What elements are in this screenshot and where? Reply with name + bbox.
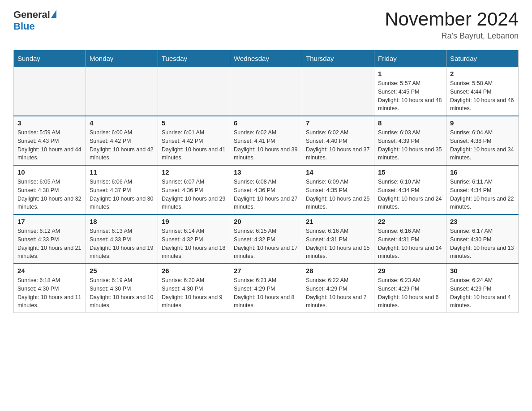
calendar-cell: 6Sunrise: 6:02 AMSunset: 4:41 PMDaylight… — [230, 116, 302, 165]
day-number: 22 — [378, 218, 442, 225]
calendar-cell: 14Sunrise: 6:09 AMSunset: 4:35 PMDayligh… — [302, 165, 374, 214]
logo-blue-text: Blue — [13, 21, 35, 32]
day-number: 10 — [17, 168, 82, 176]
calendar-cell: 5Sunrise: 6:01 AMSunset: 4:42 PMDaylight… — [158, 116, 230, 165]
day-info: Sunrise: 6:12 AMSunset: 4:33 PMDaylight:… — [17, 227, 82, 261]
day-number: 24 — [17, 267, 82, 274]
day-info: Sunrise: 6:02 AMSunset: 4:41 PMDaylight:… — [234, 128, 298, 162]
calendar-week-row: 17Sunrise: 6:12 AMSunset: 4:33 PMDayligh… — [14, 214, 519, 264]
day-info: Sunrise: 5:58 AMSunset: 4:44 PMDaylight:… — [450, 79, 515, 113]
day-number: 6 — [234, 119, 298, 127]
day-number: 29 — [378, 267, 442, 274]
day-number: 25 — [90, 267, 154, 274]
day-number: 19 — [162, 218, 226, 225]
day-info: Sunrise: 6:16 AMSunset: 4:31 PMDaylight:… — [378, 227, 442, 261]
day-info: Sunrise: 6:20 AMSunset: 4:30 PMDaylight:… — [162, 276, 226, 310]
calendar-cell — [14, 67, 86, 116]
day-info: Sunrise: 6:14 AMSunset: 4:32 PMDaylight:… — [162, 227, 226, 261]
calendar-cell: 18Sunrise: 6:13 AMSunset: 4:33 PMDayligh… — [86, 214, 158, 264]
day-number: 21 — [306, 218, 370, 225]
calendar-cell — [158, 67, 230, 116]
calendar-cell: 29Sunrise: 6:23 AMSunset: 4:29 PMDayligh… — [374, 264, 446, 313]
calendar-cell: 22Sunrise: 6:16 AMSunset: 4:31 PMDayligh… — [374, 214, 446, 264]
day-info: Sunrise: 5:57 AMSunset: 4:45 PMDaylight:… — [378, 79, 442, 113]
calendar-cell: 26Sunrise: 6:20 AMSunset: 4:30 PMDayligh… — [158, 264, 230, 313]
calendar-cell: 25Sunrise: 6:19 AMSunset: 4:30 PMDayligh… — [86, 264, 158, 313]
calendar-cell: 12Sunrise: 6:07 AMSunset: 4:36 PMDayligh… — [158, 165, 230, 214]
day-number: 8 — [378, 119, 442, 127]
calendar-cell: 10Sunrise: 6:05 AMSunset: 4:38 PMDayligh… — [14, 165, 86, 214]
day-number: 20 — [234, 218, 298, 225]
day-info: Sunrise: 6:13 AMSunset: 4:33 PMDaylight:… — [90, 227, 154, 261]
calendar-cell: 9Sunrise: 6:04 AMSunset: 4:38 PMDaylight… — [446, 116, 519, 165]
day-info: Sunrise: 6:22 AMSunset: 4:29 PMDaylight:… — [306, 276, 370, 310]
day-number: 15 — [378, 168, 442, 176]
day-of-week-header: Wednesday — [230, 50, 302, 67]
day-info: Sunrise: 6:00 AMSunset: 4:42 PMDaylight:… — [90, 128, 154, 162]
day-info: Sunrise: 6:08 AMSunset: 4:36 PMDaylight:… — [234, 178, 298, 211]
calendar-week-row: 1Sunrise: 5:57 AMSunset: 4:45 PMDaylight… — [14, 67, 519, 116]
calendar-cell: 1Sunrise: 5:57 AMSunset: 4:45 PMDaylight… — [374, 67, 446, 116]
day-info: Sunrise: 5:59 AMSunset: 4:43 PMDaylight:… — [17, 128, 82, 162]
calendar-cell: 15Sunrise: 6:10 AMSunset: 4:34 PMDayligh… — [374, 165, 446, 214]
calendar-cell: 19Sunrise: 6:14 AMSunset: 4:32 PMDayligh… — [158, 214, 230, 264]
calendar-cell: 2Sunrise: 5:58 AMSunset: 4:44 PMDaylight… — [446, 67, 519, 116]
calendar-cell: 24Sunrise: 6:18 AMSunset: 4:30 PMDayligh… — [14, 264, 86, 313]
day-info: Sunrise: 6:19 AMSunset: 4:30 PMDaylight:… — [90, 276, 154, 310]
day-info: Sunrise: 6:02 AMSunset: 4:40 PMDaylight:… — [306, 128, 370, 162]
calendar-header-row: SundayMondayTuesdayWednesdayThursdayFrid… — [14, 50, 519, 67]
day-number: 18 — [90, 218, 154, 225]
day-of-week-header: Friday — [374, 50, 446, 67]
calendar-cell — [230, 67, 302, 116]
calendar-cell: 27Sunrise: 6:21 AMSunset: 4:29 PMDayligh… — [230, 264, 302, 313]
day-number: 13 — [234, 168, 298, 176]
day-of-week-header: Saturday — [446, 50, 519, 67]
day-info: Sunrise: 6:10 AMSunset: 4:34 PMDaylight:… — [378, 178, 442, 211]
day-number: 2 — [450, 70, 515, 77]
day-info: Sunrise: 6:18 AMSunset: 4:30 PMDaylight:… — [17, 276, 82, 310]
day-number: 12 — [162, 168, 226, 176]
day-number: 27 — [234, 267, 298, 274]
location-subtitle: Ra's Bayrut, Lebanon — [385, 31, 519, 41]
calendar-week-row: 10Sunrise: 6:05 AMSunset: 4:38 PMDayligh… — [14, 165, 519, 214]
day-of-week-header: Thursday — [302, 50, 374, 67]
day-number: 16 — [450, 168, 515, 176]
day-info: Sunrise: 6:05 AMSunset: 4:38 PMDaylight:… — [17, 178, 82, 211]
day-number: 26 — [162, 267, 226, 274]
calendar-cell: 17Sunrise: 6:12 AMSunset: 4:33 PMDayligh… — [14, 214, 86, 264]
calendar-week-row: 24Sunrise: 6:18 AMSunset: 4:30 PMDayligh… — [14, 264, 519, 313]
day-info: Sunrise: 6:04 AMSunset: 4:38 PMDaylight:… — [450, 128, 515, 162]
logo: General Blue — [13, 9, 56, 33]
calendar-cell: 21Sunrise: 6:16 AMSunset: 4:31 PMDayligh… — [302, 214, 374, 264]
calendar-week-row: 3Sunrise: 5:59 AMSunset: 4:43 PMDaylight… — [14, 116, 519, 165]
day-info: Sunrise: 6:15 AMSunset: 4:32 PMDaylight:… — [234, 227, 298, 261]
day-number: 17 — [17, 218, 82, 225]
calendar-cell: 13Sunrise: 6:08 AMSunset: 4:36 PMDayligh… — [230, 165, 302, 214]
calendar-table: SundayMondayTuesdayWednesdayThursdayFrid… — [13, 50, 519, 313]
day-info: Sunrise: 6:01 AMSunset: 4:42 PMDaylight:… — [162, 128, 226, 162]
calendar-cell: 11Sunrise: 6:06 AMSunset: 4:37 PMDayligh… — [86, 165, 158, 214]
calendar-cell: 28Sunrise: 6:22 AMSunset: 4:29 PMDayligh… — [302, 264, 374, 313]
month-year-title: November 2024 — [385, 9, 519, 30]
calendar-cell: 4Sunrise: 6:00 AMSunset: 4:42 PMDaylight… — [86, 116, 158, 165]
day-number: 1 — [378, 70, 442, 77]
day-info: Sunrise: 6:16 AMSunset: 4:31 PMDaylight:… — [306, 227, 370, 261]
calendar-cell: 20Sunrise: 6:15 AMSunset: 4:32 PMDayligh… — [230, 214, 302, 264]
day-of-week-header: Monday — [86, 50, 158, 67]
day-info: Sunrise: 6:17 AMSunset: 4:30 PMDaylight:… — [450, 227, 515, 261]
page-header: General Blue November 2024 Ra's Bayrut, … — [13, 9, 519, 41]
day-info: Sunrise: 6:24 AMSunset: 4:29 PMDaylight:… — [450, 276, 515, 310]
day-number: 3 — [17, 119, 82, 127]
day-number: 7 — [306, 119, 370, 127]
day-of-week-header: Tuesday — [158, 50, 230, 67]
title-section: November 2024 Ra's Bayrut, Lebanon — [385, 9, 519, 41]
day-info: Sunrise: 6:07 AMSunset: 4:36 PMDaylight:… — [162, 178, 226, 211]
day-number: 30 — [450, 267, 515, 274]
day-info: Sunrise: 6:03 AMSunset: 4:39 PMDaylight:… — [378, 128, 442, 162]
day-number: 28 — [306, 267, 370, 274]
calendar-cell: 7Sunrise: 6:02 AMSunset: 4:40 PMDaylight… — [302, 116, 374, 165]
day-number: 11 — [90, 168, 154, 176]
day-number: 4 — [90, 119, 154, 127]
day-number: 5 — [162, 119, 226, 127]
day-number: 9 — [450, 119, 515, 127]
